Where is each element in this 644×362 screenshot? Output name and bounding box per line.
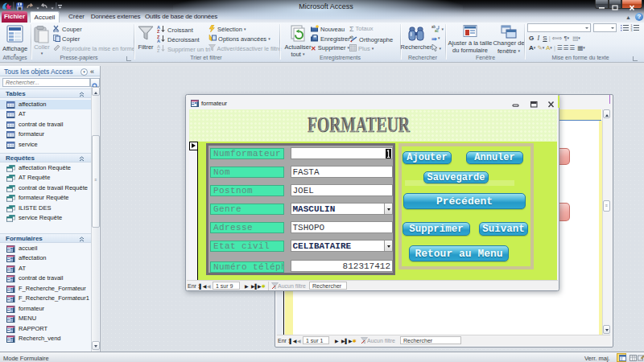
svg-text:FORMATEUR: FORMATEUR	[307, 111, 410, 136]
svg-text:A: A	[157, 39, 160, 43]
svg-text:ac: ac	[435, 29, 440, 32]
svg-text:3: 3	[631, 29, 633, 32]
svg-text:ab: ab	[349, 35, 354, 39]
